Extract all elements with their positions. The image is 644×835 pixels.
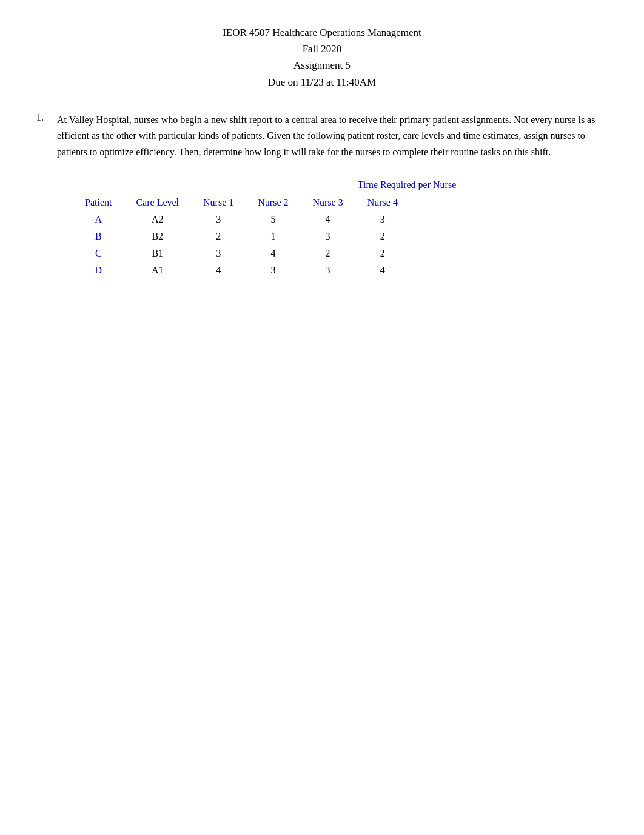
table-cell-row0-col4: 4 xyxy=(301,211,355,228)
table-cell-row3-col2: 4 xyxy=(191,262,246,279)
table-cell-row1-col1: B2 xyxy=(124,228,191,245)
col-header-nurse1: Nurse 1 xyxy=(191,194,246,211)
table-cell-row0-col5: 3 xyxy=(355,211,410,228)
table-cell-row3-col1: A1 xyxy=(124,262,191,279)
table-row: BB22132 xyxy=(73,228,410,245)
col-header-carelevel: Care Level xyxy=(124,194,191,211)
table-row: AA23543 xyxy=(73,211,410,228)
question-number: 1. xyxy=(36,112,51,160)
table-cell-row1-col5: 2 xyxy=(355,228,410,245)
table-cell-row1-col4: 3 xyxy=(301,228,355,245)
table-cell-row2-col0: C xyxy=(73,245,124,262)
header-line2: Fall 2020 xyxy=(36,41,608,57)
question-1: 1. At Valley Hospital, nurses who begin … xyxy=(36,112,608,160)
document-header: IEOR 4507 Healthcare Operations Manageme… xyxy=(36,24,608,90)
table-cell-row2-col5: 2 xyxy=(355,245,410,262)
table-spanning-header: Time Required per Nurse xyxy=(73,179,608,190)
table-cell-row1-col3: 1 xyxy=(246,228,300,245)
table-cell-row2-col4: 2 xyxy=(301,245,355,262)
col-header-patient: Patient xyxy=(73,194,124,211)
table-row: CB13422 xyxy=(73,245,410,262)
header-line3: Assignment 5 xyxy=(36,57,608,73)
table-cell-row3-col5: 4 xyxy=(355,262,410,279)
table-row: DA14334 xyxy=(73,262,410,279)
table-header-row: Patient Care Level Nurse 1 Nurse 2 Nurse… xyxy=(73,194,410,211)
col-header-nurse3: Nurse 3 xyxy=(301,194,355,211)
table-cell-row2-col3: 4 xyxy=(246,245,300,262)
col-header-nurse4: Nurse 4 xyxy=(355,194,410,211)
table-cell-row3-col4: 3 xyxy=(301,262,355,279)
table-container: Time Required per Nurse Patient Care Lev… xyxy=(73,179,608,279)
table-cell-row2-col2: 3 xyxy=(191,245,246,262)
table-cell-row0-col1: A2 xyxy=(124,211,191,228)
table-cell-row2-col1: B1 xyxy=(124,245,191,262)
question-text: At Valley Hospital, nurses who begin a n… xyxy=(57,112,608,160)
table-cell-row3-col0: D xyxy=(73,262,124,279)
table-cell-row0-col3: 5 xyxy=(246,211,300,228)
header-line4: Due on 11/23 at 11:40AM xyxy=(36,74,608,90)
assignment-table: Patient Care Level Nurse 1 Nurse 2 Nurse… xyxy=(73,194,410,279)
table-cell-row3-col3: 3 xyxy=(246,262,300,279)
table-cell-row1-col0: B xyxy=(73,228,124,245)
table-cell-row0-col2: 3 xyxy=(191,211,246,228)
question-section: 1. At Valley Hospital, nurses who begin … xyxy=(36,112,608,279)
col-header-nurse2: Nurse 2 xyxy=(246,194,300,211)
table-cell-row1-col2: 2 xyxy=(191,228,246,245)
table-cell-row0-col0: A xyxy=(73,211,124,228)
header-line1: IEOR 4507 Healthcare Operations Manageme… xyxy=(36,24,608,41)
